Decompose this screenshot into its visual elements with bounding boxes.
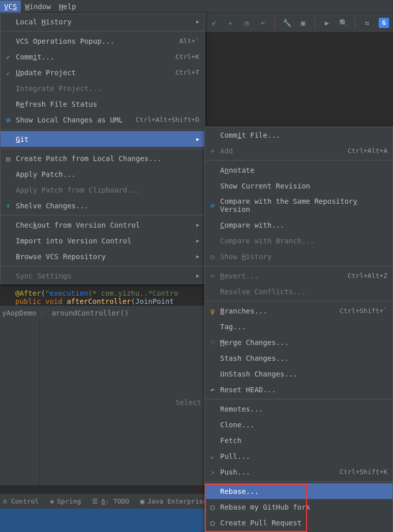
menu-commit-file[interactable]: Commit File...Commit File... — [205, 127, 392, 143]
github-icon: ◯ — [208, 503, 217, 511]
history-icon[interactable]: ◷ — [242, 18, 251, 27]
ee-icon: ▣ — [140, 497, 144, 505]
menu-refresh[interactable]: Refresh File StatusRefresh File Status — [1, 96, 204, 112]
menu-fetch[interactable]: Fetch — [205, 432, 392, 448]
pull-icon: ↙ — [208, 452, 217, 460]
menu-clone[interactable]: Clone... — [205, 417, 392, 432]
menu-create-patch[interactable]: ▤ Create Patch from Local Changes... — [1, 150, 204, 166]
menu-show-history[interactable]: ◷ Show HistoryShow History — [205, 248, 392, 264]
menu-help[interactable]: HelpHelp — [55, 1, 80, 13]
separator — [1, 215, 204, 215]
menu-compare-with[interactable]: Compare with...Compare with... — [205, 217, 392, 233]
menu-update[interactable]: ↙ Update ProjectUpdate Project Ctrl+T — [1, 65, 204, 80]
separator — [1, 266, 204, 266]
menu-merge[interactable]: ⑂ Merge Changes...Merge Changes... — [205, 334, 392, 350]
menu-git[interactable]: GitGit ▶ — [1, 131, 204, 147]
folder-icon[interactable]: ▣ — [298, 18, 308, 27]
chevron-right-icon: ▶ — [196, 19, 199, 24]
menu-stash[interactable]: Stash Changes... — [205, 350, 392, 366]
separator — [205, 399, 392, 399]
menu-rebase-fork[interactable]: ◯ Rebase my GitHub fork — [205, 499, 392, 515]
menu-annotate[interactable]: AnnotateAnnotate — [205, 162, 392, 178]
menu-apply-patch[interactable]: Apply Patch... — [1, 166, 204, 182]
tab-java-ee[interactable]: ▣Java Enterprise — [140, 497, 207, 505]
menu-push[interactable]: ↗ Push... Ctrl+Shift+K — [205, 464, 392, 480]
separator — [205, 301, 392, 301]
menu-reset[interactable]: ↶ Reset HEAD... — [205, 382, 392, 397]
uml-icon: ⊞ — [4, 116, 13, 124]
separator — [205, 266, 392, 266]
separator — [355, 17, 355, 28]
menu-browse[interactable]: Browse VCS Repository ▶ — [1, 248, 204, 264]
patch-icon: ▤ — [4, 154, 13, 163]
spring-icon: ❀ — [50, 497, 54, 505]
separator — [205, 160, 392, 161]
chevron-right-icon: ▶ — [196, 273, 199, 278]
separator — [205, 481, 392, 482]
sync-icon[interactable]: ⇆ — [362, 18, 372, 27]
search-icon[interactable]: 🔍 — [339, 18, 348, 27]
menu-revert[interactable]: ↶ Revert...Revert... Ctrl+Alt+Z — [205, 268, 392, 284]
breadcrumb-item[interactable]: yAopDemo — [2, 309, 36, 318]
menu-local-history[interactable]: Local HistoryLocal History ▶ — [1, 14, 204, 29]
menu-tag[interactable]: Tag... — [205, 319, 392, 334]
undo-icon[interactable]: ↶ — [258, 18, 267, 27]
menu-window[interactable]: WindowWindow — [21, 1, 55, 13]
push-icon: ↗ — [208, 468, 217, 476]
menu-show-rev[interactable]: Show Current Revision — [205, 178, 392, 194]
menubar: VVCSCS WindowWindow HelpHelp — [0, 0, 393, 13]
separator — [1, 148, 204, 149]
check-icon: ✔ — [4, 53, 13, 61]
menu-show-uml[interactable]: ⊞ Show Local Changes as UML Ctrl+Alt+Shi… — [1, 112, 204, 128]
menu-shelve[interactable]: ⬇ Shelve Changes... — [1, 198, 204, 213]
menu-checkout[interactable]: Checkout from Version ControlCheckout fr… — [1, 217, 204, 233]
check-icon[interactable]: ✔ — [209, 18, 219, 27]
separator — [1, 31, 204, 32]
menu-sync[interactable]: Sync Settings ▶ — [1, 268, 204, 284]
menu-rebase[interactable]: Rebase... — [205, 483, 392, 499]
menu-compare-same[interactable]: ⇄ Compare with the Same Repository Versi… — [205, 194, 392, 217]
menu-unstash[interactable]: UnStash Changes... — [205, 366, 392, 382]
menu-resolve[interactable]: Resolve Conflicts... — [205, 284, 392, 299]
merge-icon: ⑂ — [208, 338, 217, 347]
plus-icon: + — [208, 147, 217, 155]
menu-pull[interactable]: ↙ Pull... — [205, 448, 392, 464]
menu-compare-branch[interactable]: Compare with Branch... — [205, 233, 392, 248]
menu-remotes[interactable]: Remotes... — [205, 401, 392, 417]
run-icon[interactable]: ▶ — [322, 18, 331, 27]
reset-icon: ↶ — [208, 386, 217, 394]
chevron-right-icon: ▶ — [196, 254, 199, 259]
pin-icon[interactable]: ✦ — [226, 18, 235, 27]
menu-vcs-ops[interactable]: VCS Operations Popup... Alt+` — [1, 33, 204, 49]
breadcrumb-item[interactable]: aroundController() — [51, 309, 129, 318]
separator — [275, 17, 275, 28]
tab-version-control[interactable]: n Control — [3, 497, 39, 505]
revert-icon: ↶ — [208, 272, 217, 280]
github-icon: ◯ — [208, 519, 217, 527]
tab-spring[interactable]: ❀Spring — [50, 497, 81, 505]
compare-icon: ⇄ — [208, 201, 217, 209]
git-dropdown: Commit File...Commit File... + Add Ctrl+… — [204, 127, 393, 532]
separator — [1, 129, 204, 130]
chevron-right-icon: 〉 — [40, 309, 47, 318]
update-icon: ↙ — [4, 69, 13, 77]
menu-integrate[interactable]: Integrate Project... — [1, 80, 204, 96]
chevron-right-icon: ▶ — [196, 222, 199, 228]
list-icon: ☰ — [92, 497, 98, 505]
translate-icon[interactable]: G — [379, 18, 389, 28]
chevron-right-icon: ▶ — [196, 136, 199, 142]
menu-create-pr[interactable]: ◯ Create Pull Request — [205, 515, 392, 530]
menu-apply-clipboard[interactable]: Apply Patch from Clipboard... — [1, 182, 204, 198]
tab-todo[interactable]: ☰6: TODO6: TODO — [92, 497, 129, 505]
menu-commit[interactable]: ✔ Commit...Commit... Ctrl+K — [1, 49, 204, 65]
menu-branches[interactable]: ψ Branches...Branches... Ctrl+Shift+` — [205, 303, 392, 319]
wrench-icon[interactable]: 🔧 — [282, 18, 291, 27]
chevron-right-icon: ▶ — [196, 238, 199, 243]
menu-vcs[interactable]: VVCSCS — [0, 1, 21, 13]
vcs-dropdown: Local HistoryLocal History ▶ VCS Operati… — [0, 13, 205, 284]
history-icon: ◷ — [208, 253, 217, 261]
branch-icon: ψ — [208, 307, 217, 315]
menu-add[interactable]: + Add Ctrl+Alt+A — [205, 143, 392, 159]
menu-import[interactable]: Import into Version Control ▶ — [1, 233, 204, 248]
panel-sidebar — [0, 320, 40, 485]
